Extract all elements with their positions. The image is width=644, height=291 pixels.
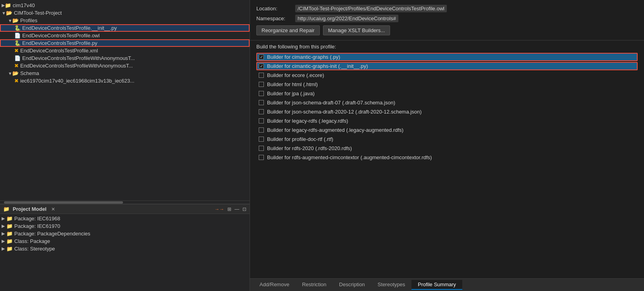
folder-icon: 📁 [6, 216, 13, 222]
builder-label-3: Builder for html (.html) [267, 81, 318, 87]
file-py-icon: 🐍 [14, 40, 21, 46]
caret-icon: ▶ [2, 224, 5, 229]
h-scrollbar-thumb[interactable] [4, 201, 123, 204]
builder-label-2: Builder for ecore (.ecore) [267, 72, 324, 78]
file-owl-icon: 📄 [14, 55, 21, 61]
checkbox-11[interactable] [259, 155, 264, 160]
list-item-label: Package: IEC61968 [14, 216, 60, 222]
builder-label-6: Builder for json-schema-draft-2020-12 (.… [267, 109, 421, 115]
checkbox-6[interactable] [259, 109, 264, 114]
build-list: ✓ Builder for cimantic-graphs (.py) ✓ Bu… [256, 53, 638, 162]
tree-item-label: EndDeviceControlsTestProfile.xml [20, 48, 98, 54]
build-section[interactable]: Build the following from this profile: ✓… [250, 40, 644, 278]
checkbox-10[interactable] [259, 146, 264, 151]
folder-icon: 📁 [6, 223, 13, 229]
tree-item-label: EndDeviceControlsTestProfile.__init__.py [22, 25, 117, 31]
left-panel: ▶ 📁 cim17v40 ▼ 📂 CIMTool-Test-Project ▼ … [0, 0, 250, 291]
list-item-label: Package: PackageDependencies [14, 231, 90, 237]
panel-title: Project Model [13, 206, 46, 212]
list-item-iec61970[interactable]: ▶ 📁 Package: IEC61970 [0, 222, 250, 230]
builder-item-11[interactable]: Builder for rdfs-augmented-cimcontextor … [256, 153, 638, 162]
builder-label-4: Builder for jpa (.java) [267, 91, 315, 96]
list-item-iec61968[interactable]: ▶ 📁 Package: IEC61968 [0, 215, 250, 222]
list-item-class-package[interactable]: ▶ 📁 Class: Package [0, 237, 250, 245]
builder-item-2[interactable]: Builder for ecore (.ecore) [256, 71, 638, 79]
right-panel: Location: /CIMTool-Test-Project/Profiles… [250, 0, 644, 291]
reorganize-button[interactable]: Reorganize and Repair [256, 25, 320, 35]
tree-item-schema-file[interactable]: ✖ iec61970cim17v40_iec61968cim13v13b_iec… [0, 77, 250, 85]
list-item-class-stereotype[interactable]: ▶ 📁 Class: Stereotype [0, 245, 250, 252]
builder-item-8[interactable]: Builder for legacy-rdfs-augmented (.lega… [256, 126, 638, 134]
folder-icon: 📁 [6, 238, 13, 244]
tree-item-cim17v40[interactable]: ▶ 📁 cim17v40 [0, 2, 250, 9]
list-item-package-deps[interactable]: ▶ 📁 Package: PackageDependencies [0, 230, 250, 237]
file-xml-icon: ✖ [14, 63, 19, 69]
caret-icon: ▶ [2, 3, 5, 8]
tree-item-xml[interactable]: ✖ EndDeviceControlsTestProfile.xml [0, 47, 250, 54]
project-model-list[interactable]: ▶ 📁 Package: IEC61968 ▶ 📁 Package: IEC61… [0, 214, 250, 291]
tree-item-schema[interactable]: ▼ 📂 Schema [0, 69, 250, 77]
tree-item-label: EndDeviceControlsTestProfile.owl [22, 33, 100, 39]
checkbox-2[interactable] [259, 73, 264, 78]
tree-item-label: EndDeviceControlsTestProfile.py [22, 40, 97, 46]
checkbox-3[interactable] [259, 82, 264, 87]
checkbox-8[interactable] [259, 127, 264, 133]
build-title: Build the following from this profile: [256, 44, 638, 50]
tab-add-remove[interactable]: Add/Remove [253, 280, 296, 290]
tree-item-anon2[interactable]: ✖ EndDeviceControlsTestProfileWithAnonym… [0, 62, 250, 69]
folder-open-icon: 📂 [6, 10, 12, 16]
checkbox-7[interactable] [259, 118, 264, 123]
h-scrollbar[interactable] [0, 200, 250, 204]
builder-item-9[interactable]: Builder for profile-doc-rtf (.rtf) [256, 135, 638, 143]
file-py-icon: 🐍 [14, 25, 21, 31]
builder-item-0[interactable]: ✓ Builder for cimantic-graphs (.py) [256, 53, 638, 61]
builder-label-0: Builder for cimantic-graphs (.py) [267, 54, 340, 60]
builder-item-3[interactable]: Builder for html (.html) [256, 80, 638, 89]
checkbox-4[interactable] [259, 91, 264, 96]
tree-item-project[interactable]: ▼ 📂 CIMTool-Test-Project [0, 9, 250, 17]
location-row: Location: /CIMTool-Test-Project/Profiles… [256, 5, 638, 12]
list-item-label: Class: Stereotype [14, 246, 55, 252]
button-row: Reorganize and Repair Manage XSLT Builde… [256, 25, 638, 35]
grid-icon[interactable]: ⊞ [227, 206, 231, 212]
tab-restriction[interactable]: Restriction [296, 280, 333, 290]
checkbox-9[interactable] [259, 137, 264, 142]
close-icon[interactable]: ✕ [51, 206, 55, 212]
tree-item-init-py[interactable]: 🐍 EndDeviceControlsTestProfile.__init__.… [0, 24, 250, 32]
caret-icon: ▼ [2, 11, 6, 15]
location-label: Location: [256, 6, 292, 12]
folder-icon: 📁 [3, 206, 10, 212]
tab-description[interactable]: Description [333, 280, 371, 290]
builder-item-5[interactable]: Builder for json-schema-draft-07 (.draft… [256, 98, 638, 107]
checkbox-0[interactable]: ✓ [259, 54, 264, 60]
tree-item-py[interactable]: 🐍 EndDeviceControlsTestProfile.py [0, 39, 250, 47]
tree-item-owl[interactable]: 📄 EndDeviceControlsTestProfile.owl [0, 32, 250, 39]
navigate-icon[interactable]: →→ [215, 206, 224, 212]
file-tree[interactable]: ▶ 📁 cim17v40 ▼ 📂 CIMTool-Test-Project ▼ … [0, 0, 250, 200]
checkbox-1[interactable]: ✓ [259, 64, 264, 69]
tree-item-label: Profiles [20, 17, 37, 23]
namespace-label: Namespace: [256, 15, 292, 21]
tree-item-profiles[interactable]: ▼ 📂 Profiles [0, 17, 250, 24]
panel-header: 📁 Project Model ✕ →→ ⊞ — ⊡ [0, 204, 250, 214]
builder-item-6[interactable]: Builder for json-schema-draft-2020-12 (.… [256, 108, 638, 116]
manage-button[interactable]: Manage XSLT Builders... [323, 25, 390, 35]
tab-stereotypes[interactable]: Stereotypes [371, 280, 411, 290]
tab-profile-summary[interactable]: Profile Summary [411, 280, 462, 290]
maximize-icon[interactable]: ⊡ [242, 206, 246, 212]
builder-item-1[interactable]: ✓ Builder for cimantic-graphs-init (.__i… [256, 62, 638, 70]
namespace-row: Namespace: http://ucaiug.org/2022/EndDev… [256, 15, 638, 22]
minimize-icon[interactable]: — [235, 206, 239, 212]
file-xml-icon: ✖ [14, 78, 19, 84]
tree-item-label: Schema [20, 70, 39, 76]
tree-item-anon1[interactable]: 📄 EndDeviceControlsTestProfileWithAnonym… [0, 54, 250, 62]
builder-item-10[interactable]: Builder for rdfs-2020 (.rdfs-2020.rdfs) [256, 144, 638, 152]
list-item-label: Package: IEC61970 [14, 223, 60, 229]
builder-label-1: Builder for cimantic-graphs-init (.__ini… [267, 63, 368, 69]
tree-item-label: iec61970cim17v40_iec61968cim13v13b_iec62… [20, 78, 135, 84]
builder-item-4[interactable]: Builder for jpa (.java) [256, 89, 638, 98]
folder-icon: 📁 [6, 231, 13, 237]
tree-item-label: cim17v40 [13, 2, 35, 8]
builder-item-7[interactable]: Builder for legacy-rdfs (.legacy.rdfs) [256, 117, 638, 125]
checkbox-5[interactable] [259, 100, 264, 105]
